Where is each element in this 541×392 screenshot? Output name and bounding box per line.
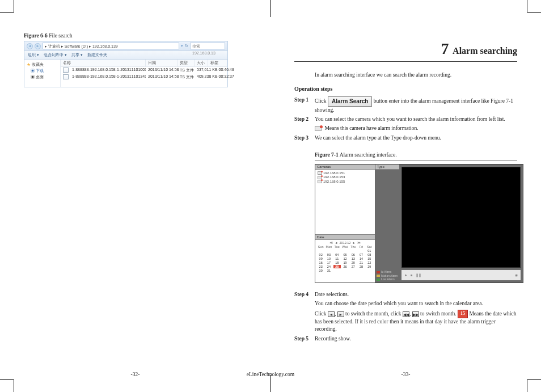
col-type[interactable]: 类型 [177,60,195,66]
alarm-interface: Cameras 192.168.0.151 192.168.0.153 192.… [315,164,523,283]
stop-icon[interactable]: ■ [411,273,413,277]
prev-year-icon[interactable]: ◀◀ [403,311,409,317]
file-row[interactable]: 1-888888-192.168.0.158-1-20131110100146.… [61,67,227,74]
step-4: Step 4 Date selections. You can choose t… [294,291,517,333]
type-panel-header: Type [375,165,399,170]
step-2: Step 2 You can select the camera which y… [294,116,517,132]
camera-alarm-icon [318,176,322,179]
cal-next-month-icon[interactable]: ► [352,241,355,245]
step-5: Step 5 Recording show. [294,335,517,343]
step-1: Step 1 Click Alarm Search button enter i… [294,96,517,113]
alarm-legend: Io Alarm Motion Alarm Lost Alarm [377,270,398,281]
file-search-window: ◄ ► ▸ 计算机 ▸ Software (D:) ▸ 192.168.0.13… [24,41,228,87]
page-number-right: -33- [401,372,411,377]
footer-url: eLineTechnology.com [247,372,294,377]
refresh-icon[interactable]: ↻ [185,44,188,48]
sidebar-downloads[interactable]: ▣ 下载 [27,68,58,74]
camera-list-header: Cameras [315,165,375,170]
heading-rule [294,61,517,62]
camera-alarm-icon [318,180,322,183]
camera-alarm-icon [315,126,322,131]
path-field[interactable]: ▸ 计算机 ▸ Software (D:) ▸ 192.168.0.139 [43,43,179,49]
sidebar-favorites[interactable]: ★ 收藏夹 [27,62,58,68]
camera-item[interactable]: 192.168.0.155 [318,180,373,183]
file-list-header: 名称 日期 类型 大小 标签 [61,60,227,67]
chapter-title: Alarm searching [453,46,517,56]
legend-swatch-motion [377,275,380,277]
camera-list: 192.168.0.151 192.168.0.153 192.168.0.15… [315,170,375,185]
camera-item[interactable]: 192.168.0.153 [318,175,373,179]
step-3: Step 3 We can select the alarm type at t… [294,134,517,142]
playback-controls: ► ■ ❚❚ ◉ [401,270,521,280]
star-icon: ★ [27,62,31,66]
figure-7-1-caption: Figure 7-1 Alarm searching interface. [315,152,517,158]
file-icon [63,74,69,79]
operation-steps-heading: Operation steps [294,86,517,92]
organize-menu[interactable]: 组织 ▾ [28,52,39,58]
back-icon[interactable]: ◄ [27,43,33,49]
col-date[interactable]: 日期 [146,60,177,66]
explorer-nav-bar: ◄ ► ▸ 计算机 ▸ Software (D:) ▸ 192.168.0.13… [24,41,227,51]
new-folder-button[interactable]: 新建文件夹 [87,52,107,58]
chapter-heading: 7 Alarm searching [294,40,517,58]
path-dropdown-icon[interactable]: ▾ [181,44,183,48]
alarm-search-button[interactable]: Alarm Search [328,96,372,107]
play-icon[interactable]: ► [404,273,408,277]
page-left: Figure 6-6 File search ◄ ► ▸ 计算机 ▸ Softw… [0,0,270,392]
calendar: ≪ ◄ 2012.12 ► ≫ SunMonTueWedThuFriSat 01… [315,240,375,273]
calendar-selected-day[interactable]: 25 [333,265,341,268]
date-panel-header: Date [315,235,375,240]
figure-rule [315,160,517,161]
explorer-sidebar: ★ 收藏夹 ▣ 下载 ▣ 桌面 [24,60,61,87]
page-right: 7 Alarm searching In alarm searching int… [270,0,541,392]
file-icon [63,68,69,73]
search-field[interactable]: 搜索 192.168.0.13 [190,43,225,49]
camera-alarm-icon [318,171,322,175]
page-number-left: -32- [131,372,140,377]
file-row[interactable]: 1-888888-192.168.0.158-1-20131110134143.… [61,74,227,81]
mute-icon[interactable]: ◉ [515,273,518,277]
forward-icon[interactable]: ► [35,43,41,49]
prev-month-icon[interactable]: ◄ [328,311,335,317]
col-size[interactable]: 大小 [195,60,208,66]
chapter-number: 7 [441,40,449,57]
intro-text: In alarm searching interface we can sear… [315,72,517,78]
col-name[interactable]: 名称 [61,60,146,66]
cal-prev-year-icon[interactable]: ≪ [329,241,333,245]
camera-item[interactable]: 192.168.0.151 [318,171,373,175]
next-month-icon[interactable]: ► [337,311,344,317]
cal-next-year-icon[interactable]: ≫ [357,241,361,245]
legend-swatch-lost [377,279,380,281]
cal-month-label: 2012.12 [340,241,351,245]
video-preview [401,167,521,268]
cal-prev-month-icon[interactable]: ◄ [335,241,337,245]
figure-6-6-caption: Figure 6-6 File search [24,33,247,39]
pause-icon[interactable]: ❚❚ [416,273,421,277]
next-year-icon[interactable]: ▶▶ [412,311,419,317]
share-menu[interactable]: 共享 ▾ [71,52,83,58]
include-menu[interactable]: 包含到库中 ▾ [44,52,67,58]
col-tags[interactable]: 标签 [208,60,227,66]
selected-date-swatch: 15 [458,310,468,318]
sidebar-desktop[interactable]: ▣ 桌面 [27,74,58,80]
legend-swatch-io [377,271,380,273]
